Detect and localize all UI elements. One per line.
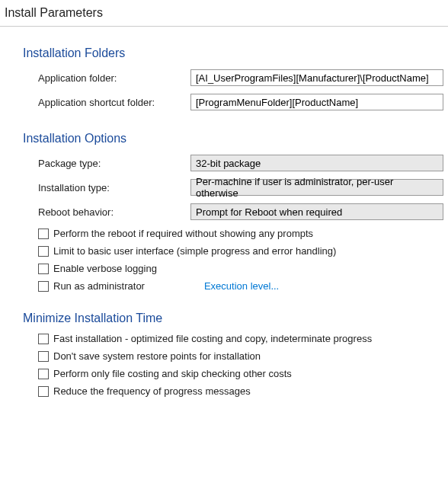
- page-title: Install Parameters: [0, 0, 448, 27]
- row-cb-basic-ui: Limit to basic user interface (simple pr…: [38, 245, 448, 257]
- row-cb-reduce-progress: Reduce the frequency of progress message…: [38, 385, 448, 397]
- label-cb-reduce-progress: Reduce the frequency of progress message…: [53, 385, 251, 397]
- label-cb-file-costing: Perform only file costing and skip check…: [53, 368, 292, 379]
- input-application-folder[interactable]: [190, 69, 443, 86]
- checkbox-no-restore[interactable]: [38, 351, 49, 362]
- row-package-type: Package type: 32-bit package: [38, 153, 448, 173]
- label-cb-verbose: Enable verbose logging: [53, 263, 157, 274]
- row-cb-file-costing: Perform only file costing and skip check…: [38, 368, 448, 379]
- label-reboot-behavior: Reboot behavior:: [38, 206, 190, 218]
- row-cb-no-restore: Don't save system restore points for ins…: [38, 350, 448, 362]
- input-shortcut-folder[interactable]: [190, 94, 443, 110]
- section-installation-options: Installation Options: [23, 132, 448, 145]
- label-cb-fast-install: Fast installation - optimized file costi…: [53, 333, 372, 344]
- checkbox-basic-ui[interactable]: [38, 246, 49, 257]
- row-cb-fast-install: Fast installation - optimized file costi…: [38, 333, 448, 344]
- row-cb-reboot-silent: Perform the reboot if required without s…: [38, 228, 448, 239]
- row-cb-run-admin: Run as administrator Execution level...: [38, 280, 448, 292]
- label-installation-type: Installation type:: [38, 182, 190, 193]
- label-cb-reboot-silent: Perform the reboot if required without s…: [53, 228, 313, 239]
- checkbox-file-costing[interactable]: [38, 369, 49, 379]
- row-application-folder: Application folder:: [38, 68, 448, 88]
- select-installation-type[interactable]: Per-machine if user is administrator, pe…: [190, 179, 443, 196]
- checkbox-fast-install[interactable]: [38, 334, 49, 344]
- label-package-type: Package type:: [38, 158, 190, 169]
- row-installation-type: Installation type: Per-machine if user i…: [38, 177, 448, 197]
- checkbox-verbose[interactable]: [38, 264, 49, 274]
- row-cb-verbose: Enable verbose logging: [38, 263, 448, 274]
- section-minimize-time: Minimize Installation Time: [23, 312, 448, 325]
- row-shortcut-folder: Application shortcut folder:: [38, 92, 448, 112]
- label-application-folder: Application folder:: [38, 72, 190, 84]
- link-execution-level[interactable]: Execution level...: [204, 280, 279, 292]
- content-area: Installation Folders Application folder:…: [0, 46, 448, 418]
- label-cb-run-admin: Run as administrator: [53, 280, 145, 292]
- label-shortcut-folder: Application shortcut folder:: [38, 97, 190, 108]
- label-cb-no-restore: Don't save system restore points for ins…: [53, 350, 261, 362]
- checkbox-reboot-silent[interactable]: [38, 229, 49, 239]
- row-reboot-behavior: Reboot behavior: Prompt for Reboot when …: [38, 202, 448, 222]
- checkbox-run-admin[interactable]: [38, 281, 49, 292]
- checkbox-reduce-progress[interactable]: [38, 386, 49, 397]
- select-reboot-behavior[interactable]: Prompt for Reboot when required: [190, 203, 443, 220]
- select-package-type[interactable]: 32-bit package: [190, 155, 443, 171]
- section-installation-folders: Installation Folders: [23, 46, 448, 60]
- label-cb-basic-ui: Limit to basic user interface (simple pr…: [53, 245, 336, 257]
